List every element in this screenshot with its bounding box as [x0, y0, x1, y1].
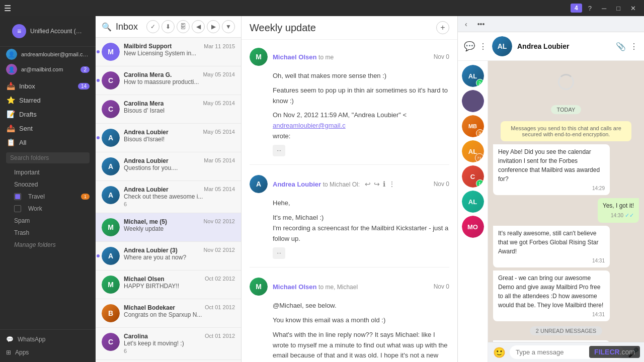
email-detail-body: M Michael Olsen to me Nov 0 Oh, well tha…	[242, 40, 457, 362]
wa-header: ‹ •••	[458, 16, 644, 32]
sidebar-item-starred[interactable]: ⭐ Starred	[0, 93, 96, 107]
email-item[interactable]: A Andrea Loubier Mar 05 2014 Check out t…	[96, 181, 241, 213]
email-content: Michael Bodekaer Oct 01 2012 Congrats on…	[124, 304, 235, 318]
archive-button[interactable]: 🗄	[177, 20, 190, 33]
select-all-button[interactable]: ✓	[146, 20, 159, 33]
email-item[interactable]: ⭐ me, Abraham (2) Oct 01 2012	[96, 360, 241, 362]
unified-account[interactable]: ≡ Unified Account (16)	[6, 21, 90, 41]
email-item-active[interactable]: M Michael, me (5) Nov 02 2012 Weekly upd…	[96, 213, 241, 242]
reply-button[interactable]: ↩	[365, 180, 371, 188]
email-item[interactable]: M Mailbird Support Mar 11 2015 New Licen…	[96, 38, 241, 66]
info-button[interactable]: ℹ	[383, 180, 385, 188]
email-count: 6	[124, 201, 127, 207]
wa-contact-header: 💬 ⋮ AL Andrea Loubier 📎 ⋮	[458, 32, 644, 61]
wa-badge-71: 71	[475, 153, 484, 162]
email-item[interactable]: A Andrea Loubier (3) Nov 02 2012 Where a…	[96, 242, 241, 270]
email-date: Nov 02 2012	[204, 218, 235, 225]
next-button[interactable]: ▶	[207, 20, 220, 33]
message-body: Hehe, It's me, Michael :) I'm recording …	[250, 198, 449, 259]
help-button[interactable]: ?	[584, 4, 596, 13]
email-item[interactable]: M Michael Olsen Oct 02 2012 HAPPY BIRTHD…	[96, 270, 241, 299]
wa-chat-item[interactable]: MB 3	[462, 115, 484, 137]
travel-badge: 1	[81, 194, 90, 200]
sidebar-item-important[interactable]: Important	[0, 166, 96, 178]
search-folders-input[interactable]	[6, 152, 90, 163]
prev-button[interactable]: ◀	[192, 20, 205, 33]
account-gmail-email: andreamloubier@gmail.com...	[21, 51, 90, 57]
work-checkbox[interactable]	[14, 205, 21, 212]
close-button[interactable]: ✕	[626, 4, 640, 13]
wa-dots-button[interactable]: •••	[474, 19, 488, 29]
apps-item[interactable]: ⊞ Apps	[6, 347, 90, 358]
message-attachment[interactable]: ···	[273, 145, 285, 157]
sidebar-item-all[interactable]: 📋 All	[0, 135, 96, 149]
wa-more-button[interactable]: ⋮	[630, 42, 638, 51]
email-date: Mar 05 2014	[204, 157, 235, 164]
sidebar-item-inbox[interactable]: 📥 Inbox 14	[0, 79, 96, 93]
wa-emoji-button[interactable]: 🙂	[493, 346, 506, 358]
maximize-button[interactable]: □	[612, 4, 624, 13]
wa-chat-item[interactable]	[462, 90, 484, 112]
wa-spinner	[558, 74, 574, 90]
message-attachment[interactable]: ···	[273, 247, 285, 259]
email-item[interactable]: B Michael Bodekaer Oct 01 2012 Congrats …	[96, 299, 241, 328]
wa-check-icon: ✓✓	[625, 211, 634, 220]
email-item[interactable]: C Carolina Mera May 05 2014 Bisous d' Is…	[96, 95, 241, 124]
message-header: M Michael Olsen to me, Michael Nov 0	[250, 278, 449, 296]
message-from: Michael Olsen	[273, 53, 316, 61]
message-body: Oh, well that makes more sense then :) F…	[250, 71, 449, 156]
forward-button[interactable]: ↪	[374, 180, 380, 188]
wa-chat-item[interactable]: AL 2	[462, 65, 484, 87]
message-avatar: M	[250, 48, 268, 66]
email-content: Andrea Loubier (3) Nov 02 2012 Where are…	[124, 247, 235, 261]
message-header: A Andrea Loubier to Michael Ol: ↩ ↪ ℹ ⋮ …	[250, 175, 449, 193]
email-item[interactable]: A Andrea Loubier Mar 05 2014 Questions f…	[96, 152, 241, 181]
sidebar-item-trash[interactable]: Trash	[0, 227, 96, 239]
email-item[interactable]: C Carolina Mera G. May 05 2014 How to ma…	[96, 66, 241, 95]
sidebar-item-starred-label: Starred	[19, 97, 41, 104]
sidebar-item-travel[interactable]: Travel 1	[0, 191, 96, 203]
wa-unread-count: 2 UNREAD MESSAGES	[530, 326, 602, 335]
sidebar-item-snoozed[interactable]: Snoozed	[0, 178, 96, 191]
manage-folders-link[interactable]: Manage folders	[0, 239, 96, 251]
wa-chat-item[interactable]: AL	[462, 191, 484, 213]
sidebar-item-sent[interactable]: 📤 Sent	[0, 121, 96, 135]
more-actions-button[interactable]: ⋮	[388, 180, 395, 188]
wa-message-time: 14:29	[498, 185, 605, 192]
wa-chat-item[interactable]: MO	[462, 216, 484, 238]
wa-chat-icon-btn[interactable]: 💬 ⋮	[464, 41, 487, 52]
account-gmail[interactable]: 👤 andreamloubier@gmail.com...	[0, 47, 96, 62]
email-item[interactable]: A Andrea Loubier May 05 2014 Bisous d'Is…	[96, 124, 241, 152]
email-detail: Weekly update + M Michael Olsen to me No…	[242, 16, 458, 362]
wa-chat-list: AL 2 MB 3 AL 71 C 1	[458, 61, 488, 362]
wa-attach-button[interactable]: 📎	[616, 42, 626, 51]
account-mailbird[interactable]: 👤 ar@mailbird.com 2	[0, 62, 96, 77]
wa-loading	[493, 66, 639, 98]
email-list-actions: ✓ ⬇ 🗄 ◀ ▶ ▼	[146, 20, 235, 33]
sidebar-item-work[interactable]: Work	[0, 203, 96, 215]
whatsapp-panel: ‹ ••• 💬 ⋮ AL Andrea Loubier 📎 ⋮ AL	[458, 16, 644, 362]
work-label: Work	[28, 205, 42, 212]
email-list-header: 🔍 Inbox ✓ ⬇ 🗄 ◀ ▶ ▼	[96, 16, 241, 38]
whatsapp-app-item[interactable]: 💬 WhatsApp	[6, 334, 90, 345]
email-item[interactable]: C Carolina Oct 01 2012 Let's keep it mov…	[96, 328, 241, 360]
email-link[interactable]: andreamloubier@gmail.c	[273, 122, 346, 129]
travel-checkbox[interactable]	[14, 193, 21, 200]
sidebar: ≡ Unified Account (16) 👤 andreamloubier@…	[0, 16, 96, 362]
sidebar-item-sent-label: Sent	[19, 125, 33, 132]
wa-back-button[interactable]: ‹	[462, 19, 470, 29]
download-button[interactable]: ⬇	[162, 20, 175, 33]
email-from: Michael, me (5)	[124, 218, 167, 225]
filecr-badge: FILECR.com	[589, 346, 640, 358]
email-content: Andrea Loubier Mar 05 2014 Questions for…	[124, 157, 235, 171]
wa-chat-item[interactable]: AL 71	[462, 140, 484, 162]
email-from: Andrea Loubier	[124, 129, 169, 136]
menu-icon[interactable]: ☰	[4, 4, 11, 13]
sidebar-item-drafts[interactable]: 📝 Drafts	[0, 107, 96, 121]
wa-chat-item[interactable]: C 1	[462, 165, 484, 188]
add-tag-button[interactable]: +	[436, 21, 449, 34]
more-button[interactable]: ▼	[222, 20, 235, 33]
wa-message-time: 14:31	[498, 257, 605, 264]
minimize-button[interactable]: ─	[598, 4, 610, 13]
sidebar-item-spam[interactable]: Spam	[0, 215, 96, 227]
